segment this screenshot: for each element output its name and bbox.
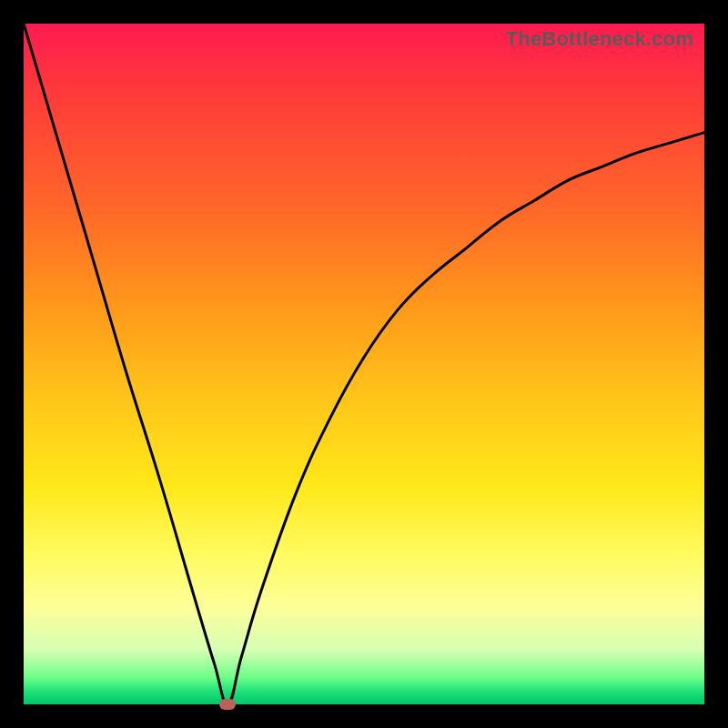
chart-frame: TheBottleneck.com — [0, 0, 728, 728]
bottleneck-curve — [24, 24, 704, 704]
plot-area: TheBottleneck.com — [24, 24, 704, 704]
minimum-marker — [219, 699, 236, 710]
